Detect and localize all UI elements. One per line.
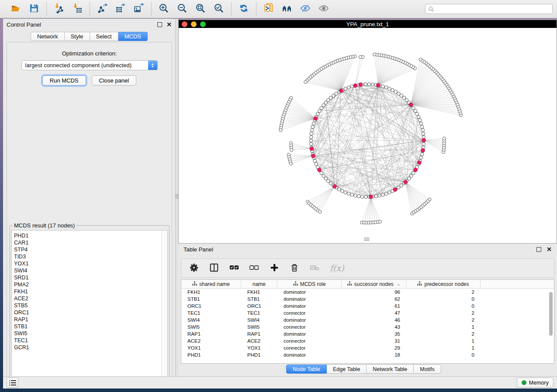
zoom-selected-button[interactable] bbox=[213, 3, 225, 15]
result-node-item[interactable]: STB5 bbox=[14, 302, 167, 309]
result-list-scrollbar[interactable] bbox=[162, 230, 167, 386]
import-network-button[interactable] bbox=[53, 3, 65, 15]
table-row[interactable]: TEC1TEC1connector472 bbox=[181, 309, 554, 316]
network-from-selection-button[interactable] bbox=[263, 3, 275, 15]
table-scrollbar-thumb[interactable] bbox=[549, 292, 553, 336]
result-node-item[interactable]: SWI4 bbox=[14, 267, 167, 274]
close-panel-button[interactable]: Close panel bbox=[92, 76, 137, 86]
tab-node-table[interactable]: Node Table bbox=[286, 364, 327, 374]
export-image-button[interactable] bbox=[133, 3, 145, 15]
search-input[interactable] bbox=[436, 6, 550, 12]
column-header-shared-name[interactable]: shared name bbox=[181, 280, 241, 288]
save-session-button[interactable] bbox=[28, 3, 40, 15]
run-mcds-button[interactable]: Run MCDS bbox=[42, 76, 86, 86]
select-all-checkboxes-button[interactable] bbox=[229, 263, 239, 274]
column-label: successor nodes bbox=[354, 281, 394, 287]
criterion-dropdown[interactable]: largest connected component (undirected)… bbox=[21, 60, 158, 70]
mcds-result-list[interactable]: PHD1CAR1STP4TID3YOX1SWI4SRD1PMA2FKH1ACE2… bbox=[11, 230, 168, 386]
result-node-item[interactable]: TEC1 bbox=[14, 337, 167, 344]
table-close-panel-icon[interactable]: ✕ bbox=[547, 247, 552, 252]
tab-mcds[interactable]: MCDS bbox=[118, 32, 148, 41]
column-header-name[interactable]: name bbox=[241, 280, 277, 288]
float-panel-icon[interactable] bbox=[157, 22, 162, 27]
export-table-button[interactable] bbox=[114, 3, 127, 15]
delete-column-icon bbox=[290, 263, 299, 274]
table-cell: SWI4 bbox=[181, 317, 241, 323]
tab-edge-table[interactable]: Edge Table bbox=[327, 364, 367, 374]
search-box[interactable] bbox=[425, 4, 553, 14]
result-node-item[interactable]: PHD1 bbox=[14, 232, 167, 239]
zoom-fit-button[interactable] bbox=[194, 3, 207, 15]
result-node-item[interactable]: RAP1 bbox=[14, 316, 167, 323]
network-canvas[interactable] bbox=[179, 28, 557, 243]
table-row[interactable]: RAP1RAP1dominator352 bbox=[181, 330, 554, 337]
tab-motifs[interactable]: Motifs bbox=[414, 364, 441, 374]
result-node-item[interactable]: STB1 bbox=[14, 323, 167, 330]
column-label: shared name bbox=[199, 281, 230, 287]
table-row[interactable]: SWI4SWI4dominator462 bbox=[181, 316, 554, 323]
table-row[interactable]: ACE2ACE2connector311 bbox=[181, 337, 554, 344]
tab-style[interactable]: Style bbox=[65, 32, 90, 41]
table-cell: dominator bbox=[277, 317, 342, 323]
table-cell: ORC1 bbox=[241, 303, 277, 309]
table-float-panel-icon[interactable] bbox=[536, 247, 541, 252]
result-node-item[interactable]: PMA2 bbox=[14, 281, 167, 288]
result-node-item[interactable]: ORC1 bbox=[14, 309, 167, 316]
table-row[interactable]: SWI5SWI5connector431 bbox=[181, 323, 554, 330]
table-row[interactable]: FKH1FKH1dominator962 bbox=[181, 289, 554, 296]
network-view-title: YPA_prune.txt_1 bbox=[179, 21, 557, 28]
network-view-titlebar[interactable]: YPA_prune.txt_1 bbox=[179, 20, 557, 28]
table-cell: 29 bbox=[342, 345, 406, 351]
table-row[interactable]: STB1STB1dominator620 bbox=[181, 296, 554, 303]
delete-table-icon bbox=[310, 263, 319, 274]
table-scrollbar[interactable] bbox=[548, 289, 554, 363]
table-row[interactable]: YOX1YOX1connector291 bbox=[181, 344, 554, 351]
result-node-item[interactable]: GCR1 bbox=[14, 344, 167, 351]
table-row[interactable]: ORC1ORC1dominator610 bbox=[181, 303, 554, 309]
result-node-item[interactable]: TID3 bbox=[14, 253, 167, 260]
result-node-item[interactable]: SWI5 bbox=[14, 330, 167, 337]
column-header-predecessor-nodes[interactable]: predecessor nodes bbox=[406, 280, 481, 288]
result-node-item[interactable]: SRD1 bbox=[14, 274, 167, 281]
refresh-network-button[interactable] bbox=[238, 3, 250, 15]
column-label: name bbox=[253, 281, 266, 287]
splitter-handle-horizontal[interactable] bbox=[364, 237, 369, 241]
column-header-MCDS-role[interactable]: MCDS role bbox=[277, 280, 342, 288]
result-node-item[interactable]: ACE2 bbox=[14, 295, 167, 302]
tab-select[interactable]: Select bbox=[90, 32, 118, 41]
settings-gear-button[interactable] bbox=[189, 263, 199, 274]
column-header-successor-nodes[interactable]: successor nodes⌄ bbox=[342, 280, 406, 288]
hide-selected-button[interactable] bbox=[299, 3, 311, 15]
table-cell: TEC1 bbox=[181, 310, 241, 316]
zoom-in-button[interactable] bbox=[158, 3, 170, 15]
network-graph[interactable] bbox=[179, 28, 557, 243]
memory-label: Memory bbox=[529, 380, 549, 386]
table-cell: SWI5 bbox=[241, 324, 277, 330]
tab-network-table[interactable]: Network Table bbox=[367, 364, 414, 374]
delete-column-button[interactable] bbox=[290, 263, 299, 274]
deselect-all-checkboxes-button[interactable] bbox=[249, 263, 259, 274]
toggle-panes-button[interactable] bbox=[209, 263, 219, 274]
zoom-out-icon bbox=[177, 3, 187, 15]
table-cell: ACE2 bbox=[181, 338, 241, 344]
import-table-button[interactable] bbox=[71, 3, 83, 15]
first-neighbors-button[interactable] bbox=[281, 3, 293, 15]
result-node-item[interactable]: YOX1 bbox=[14, 260, 167, 267]
result-node-item[interactable]: STP4 bbox=[14, 246, 167, 253]
export-network-button[interactable] bbox=[96, 3, 108, 15]
table-cell: TEC1 bbox=[241, 310, 277, 316]
close-panel-icon[interactable]: ✕ bbox=[166, 22, 172, 27]
show-all-button[interactable] bbox=[318, 3, 330, 15]
zoom-out-button[interactable] bbox=[176, 3, 188, 15]
memory-button[interactable]: Memory bbox=[517, 378, 554, 388]
add-column-icon bbox=[270, 263, 279, 274]
task-history-button[interactable] bbox=[7, 378, 18, 388]
result-node-item[interactable]: CAR1 bbox=[14, 239, 167, 246]
tab-network[interactable]: Network bbox=[31, 32, 65, 41]
search-area bbox=[425, 4, 553, 14]
table-row[interactable]: PHD1PHD1dominator180 bbox=[181, 351, 554, 358]
table-cell: dominator bbox=[277, 331, 342, 337]
open-file-button[interactable] bbox=[10, 3, 22, 15]
result-node-item[interactable]: FKH1 bbox=[14, 288, 167, 295]
add-column-button[interactable] bbox=[270, 263, 279, 274]
